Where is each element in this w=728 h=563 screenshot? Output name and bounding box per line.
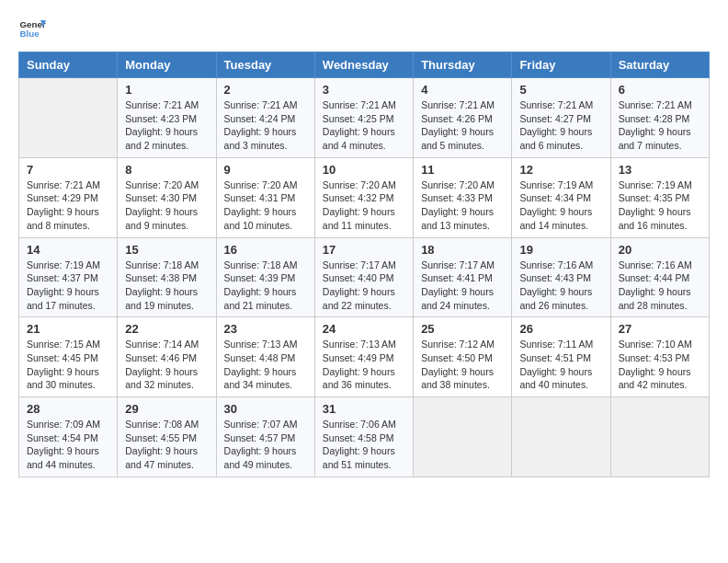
calendar-body: 1Sunrise: 7:21 AM Sunset: 4:23 PM Daylig… bbox=[19, 78, 710, 477]
day-content: Sunrise: 7:20 AM Sunset: 4:33 PM Dayligh… bbox=[421, 178, 504, 233]
day-number: 11 bbox=[421, 163, 504, 177]
day-number: 2 bbox=[224, 83, 307, 97]
day-content: Sunrise: 7:16 AM Sunset: 4:44 PM Dayligh… bbox=[619, 259, 701, 313]
calendar-cell: 7Sunrise: 7:21 AM Sunset: 4:29 PM Daylig… bbox=[19, 157, 118, 237]
svg-text:Blue: Blue bbox=[20, 29, 40, 39]
calendar-cell: 20Sunrise: 7:16 AM Sunset: 4:44 PM Dayli… bbox=[610, 237, 709, 317]
calendar-cell: 21Sunrise: 7:15 AM Sunset: 4:45 PM Dayli… bbox=[19, 317, 118, 397]
day-number: 30 bbox=[224, 402, 307, 416]
calendar-cell: 8Sunrise: 7:20 AM Sunset: 4:30 PM Daylig… bbox=[118, 157, 216, 237]
week-row-5: 28Sunrise: 7:09 AM Sunset: 4:54 PM Dayli… bbox=[19, 397, 710, 477]
day-content: Sunrise: 7:18 AM Sunset: 4:38 PM Dayligh… bbox=[125, 259, 208, 313]
day-content: Sunrise: 7:15 AM Sunset: 4:45 PM Dayligh… bbox=[27, 338, 109, 392]
calendar-cell: 27Sunrise: 7:10 AM Sunset: 4:53 PM Dayli… bbox=[610, 317, 709, 397]
week-row-1: 1Sunrise: 7:21 AM Sunset: 4:23 PM Daylig… bbox=[19, 78, 710, 158]
day-content: Sunrise: 7:14 AM Sunset: 4:46 PM Dayligh… bbox=[125, 338, 208, 392]
calendar-cell: 4Sunrise: 7:21 AM Sunset: 4:26 PM Daylig… bbox=[414, 78, 512, 158]
day-content: Sunrise: 7:17 AM Sunset: 4:41 PM Dayligh… bbox=[421, 259, 504, 313]
week-row-2: 7Sunrise: 7:21 AM Sunset: 4:29 PM Daylig… bbox=[19, 157, 710, 237]
day-number: 18 bbox=[421, 243, 504, 257]
calendar-header: SundayMondayTuesdayWednesdayThursdayFrid… bbox=[19, 52, 710, 78]
day-number: 13 bbox=[619, 163, 701, 177]
calendar-cell: 29Sunrise: 7:08 AM Sunset: 4:55 PM Dayli… bbox=[118, 397, 216, 477]
day-number: 8 bbox=[125, 163, 208, 177]
day-number: 10 bbox=[323, 163, 405, 177]
day-number: 7 bbox=[27, 163, 109, 177]
calendar-cell: 25Sunrise: 7:12 AM Sunset: 4:50 PM Dayli… bbox=[414, 317, 512, 397]
day-number: 22 bbox=[125, 322, 208, 336]
day-number: 24 bbox=[323, 322, 405, 336]
day-content: Sunrise: 7:07 AM Sunset: 4:57 PM Dayligh… bbox=[224, 418, 307, 472]
day-number: 29 bbox=[125, 402, 208, 416]
logo-icon: General Blue bbox=[18, 15, 46, 42]
column-header-sunday: Sunday bbox=[19, 52, 118, 78]
day-content: Sunrise: 7:06 AM Sunset: 4:58 PM Dayligh… bbox=[323, 418, 405, 472]
day-number: 26 bbox=[519, 322, 602, 336]
day-number: 12 bbox=[519, 163, 602, 177]
calendar-cell: 6Sunrise: 7:21 AM Sunset: 4:28 PM Daylig… bbox=[610, 78, 709, 158]
day-content: Sunrise: 7:20 AM Sunset: 4:30 PM Dayligh… bbox=[125, 178, 208, 233]
day-number: 31 bbox=[323, 402, 405, 416]
day-content: Sunrise: 7:20 AM Sunset: 4:31 PM Dayligh… bbox=[224, 178, 307, 233]
calendar-cell: 10Sunrise: 7:20 AM Sunset: 4:32 PM Dayli… bbox=[314, 157, 413, 237]
day-number: 25 bbox=[421, 322, 504, 336]
calendar-cell: 30Sunrise: 7:07 AM Sunset: 4:57 PM Dayli… bbox=[216, 397, 314, 477]
calendar-cell: 18Sunrise: 7:17 AM Sunset: 4:41 PM Dayli… bbox=[414, 237, 512, 317]
day-content: Sunrise: 7:17 AM Sunset: 4:40 PM Dayligh… bbox=[323, 259, 405, 313]
day-content: Sunrise: 7:10 AM Sunset: 4:53 PM Dayligh… bbox=[619, 338, 701, 392]
day-number: 17 bbox=[323, 243, 405, 257]
calendar-cell bbox=[610, 397, 709, 477]
column-header-tuesday: Tuesday bbox=[216, 52, 314, 78]
logo: General Blue bbox=[18, 15, 46, 42]
day-number: 21 bbox=[27, 322, 109, 336]
day-content: Sunrise: 7:21 AM Sunset: 4:24 PM Dayligh… bbox=[224, 98, 307, 153]
page-header: General Blue bbox=[18, 15, 710, 42]
week-row-4: 21Sunrise: 7:15 AM Sunset: 4:45 PM Dayli… bbox=[19, 317, 710, 397]
calendar-cell: 23Sunrise: 7:13 AM Sunset: 4:48 PM Dayli… bbox=[216, 317, 314, 397]
day-content: Sunrise: 7:13 AM Sunset: 4:48 PM Dayligh… bbox=[224, 338, 307, 392]
column-header-saturday: Saturday bbox=[610, 52, 709, 78]
day-content: Sunrise: 7:19 AM Sunset: 4:35 PM Dayligh… bbox=[619, 178, 701, 233]
calendar-cell: 26Sunrise: 7:11 AM Sunset: 4:51 PM Dayli… bbox=[512, 317, 610, 397]
column-header-wednesday: Wednesday bbox=[314, 52, 413, 78]
calendar-cell: 22Sunrise: 7:14 AM Sunset: 4:46 PM Dayli… bbox=[118, 317, 216, 397]
calendar-cell: 28Sunrise: 7:09 AM Sunset: 4:54 PM Dayli… bbox=[19, 397, 118, 477]
calendar-cell: 9Sunrise: 7:20 AM Sunset: 4:31 PM Daylig… bbox=[216, 157, 314, 237]
calendar-cell bbox=[19, 78, 118, 158]
day-content: Sunrise: 7:21 AM Sunset: 4:23 PM Dayligh… bbox=[125, 98, 208, 153]
day-number: 23 bbox=[224, 322, 307, 336]
day-number: 16 bbox=[224, 243, 307, 257]
calendar-cell: 24Sunrise: 7:13 AM Sunset: 4:49 PM Dayli… bbox=[314, 317, 413, 397]
day-number: 14 bbox=[27, 243, 109, 257]
day-content: Sunrise: 7:21 AM Sunset: 4:26 PM Dayligh… bbox=[421, 98, 504, 153]
column-header-thursday: Thursday bbox=[414, 52, 512, 78]
day-content: Sunrise: 7:21 AM Sunset: 4:27 PM Dayligh… bbox=[519, 98, 602, 153]
day-content: Sunrise: 7:19 AM Sunset: 4:34 PM Dayligh… bbox=[519, 178, 602, 233]
calendar-cell: 5Sunrise: 7:21 AM Sunset: 4:27 PM Daylig… bbox=[512, 78, 610, 158]
header-row: SundayMondayTuesdayWednesdayThursdayFrid… bbox=[19, 52, 710, 78]
day-number: 15 bbox=[125, 243, 208, 257]
calendar-cell: 15Sunrise: 7:18 AM Sunset: 4:38 PM Dayli… bbox=[118, 237, 216, 317]
week-row-3: 14Sunrise: 7:19 AM Sunset: 4:37 PM Dayli… bbox=[19, 237, 710, 317]
day-content: Sunrise: 7:21 AM Sunset: 4:25 PM Dayligh… bbox=[323, 98, 405, 153]
calendar-cell: 14Sunrise: 7:19 AM Sunset: 4:37 PM Dayli… bbox=[19, 237, 118, 317]
day-number: 28 bbox=[27, 402, 109, 416]
day-content: Sunrise: 7:13 AM Sunset: 4:49 PM Dayligh… bbox=[323, 338, 405, 392]
day-number: 27 bbox=[619, 322, 701, 336]
calendar-cell: 2Sunrise: 7:21 AM Sunset: 4:24 PM Daylig… bbox=[216, 78, 314, 158]
day-content: Sunrise: 7:21 AM Sunset: 4:29 PM Dayligh… bbox=[27, 178, 109, 233]
calendar-cell: 31Sunrise: 7:06 AM Sunset: 4:58 PM Dayli… bbox=[314, 397, 413, 477]
day-number: 20 bbox=[619, 243, 701, 257]
day-content: Sunrise: 7:21 AM Sunset: 4:28 PM Dayligh… bbox=[619, 98, 701, 153]
day-number: 3 bbox=[323, 83, 405, 97]
column-header-monday: Monday bbox=[118, 52, 216, 78]
day-number: 4 bbox=[421, 83, 504, 97]
calendar-cell: 11Sunrise: 7:20 AM Sunset: 4:33 PM Dayli… bbox=[414, 157, 512, 237]
calendar-cell: 12Sunrise: 7:19 AM Sunset: 4:34 PM Dayli… bbox=[512, 157, 610, 237]
day-content: Sunrise: 7:09 AM Sunset: 4:54 PM Dayligh… bbox=[27, 418, 109, 472]
day-number: 5 bbox=[519, 83, 602, 97]
calendar-cell bbox=[414, 397, 512, 477]
column-header-friday: Friday bbox=[512, 52, 610, 78]
day-content: Sunrise: 7:08 AM Sunset: 4:55 PM Dayligh… bbox=[125, 418, 208, 472]
calendar-cell: 17Sunrise: 7:17 AM Sunset: 4:40 PM Dayli… bbox=[314, 237, 413, 317]
